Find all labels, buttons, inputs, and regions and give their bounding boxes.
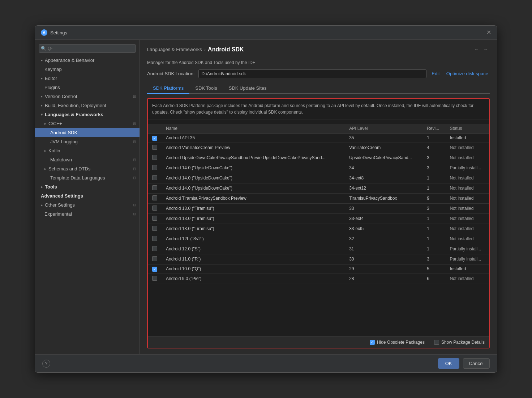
checkbox-11[interactable] <box>152 246 157 251</box>
row-revision-4: 1 <box>422 173 445 183</box>
sidebar-item-tools[interactable]: ▸Tools <box>35 182 140 191</box>
checkbox-3[interactable] <box>152 165 157 170</box>
tab-sdk-tools[interactable]: SDK Tools <box>189 83 223 94</box>
checkbox-14[interactable] <box>152 276 157 281</box>
expand-arrow-appearance: ▸ <box>41 58 43 62</box>
sidebar-item-experimental[interactable]: Experimental⊟ <box>35 209 140 219</box>
platforms-table: Name API Level Revi... Status Android AP… <box>148 124 489 284</box>
optimize-disk-button[interactable]: Optimize disk space <box>445 71 490 76</box>
sidebar-badge-markdown: ⊟ <box>133 158 136 162</box>
sdk-table-wrapper: 1 Each Android SDK Platform package incl… <box>147 98 490 349</box>
sidebar-item-version-control[interactable]: ▸Version Control⊟ <box>35 92 140 101</box>
ok-button[interactable]: OK <box>438 358 459 369</box>
checkbox-1[interactable] <box>152 145 157 150</box>
table-row: Android 14.0 ("UpsideDownCake") 34-ext8 … <box>148 173 489 183</box>
checkbox-7[interactable] <box>152 206 157 211</box>
row-checkbox-12[interactable] <box>148 254 162 264</box>
table-row: Android UpsideDownCakePrivacySandbox Pre… <box>148 153 489 163</box>
sidebar-item-appearance[interactable]: ▸Appearance & Behavior <box>35 56 140 65</box>
checkbox-9[interactable] <box>152 226 157 231</box>
sdk-location-input[interactable] <box>198 69 427 78</box>
sidebar-badge-schemas-dtds: ⊟ <box>133 167 136 171</box>
sidebar: 🔍 ▸Appearance & BehaviorKeymap▸EditorPlu… <box>35 40 140 354</box>
sidebar-item-android-sdk[interactable]: Android SDK <box>35 128 140 137</box>
row-checkbox-8[interactable] <box>148 213 162 224</box>
show-details-checkbox[interactable] <box>434 340 439 345</box>
sidebar-item-markdown[interactable]: Markdown⊟ <box>35 155 140 164</box>
title-bar: A Settings ✕ <box>35 26 497 40</box>
edit-button[interactable]: Edit <box>430 71 441 76</box>
table-footer: Hide Obsolete Packages Show Package Deta… <box>148 336 489 348</box>
checkbox-2[interactable] <box>152 155 157 160</box>
row-checkbox-6[interactable] <box>148 193 162 203</box>
row-checkbox-1[interactable] <box>148 143 162 153</box>
row-status-2: Not installed <box>445 153 489 163</box>
row-checkbox-11[interactable] <box>148 244 162 254</box>
tab-sdk-update-sites[interactable]: SDK Update Sites <box>223 83 273 94</box>
table-row: Android 14.0 ("UpsideDownCake") 34-ext12… <box>148 183 489 193</box>
tab-sdk-platforms[interactable]: SDK Platforms <box>147 83 189 94</box>
search-icon: 🔍 <box>41 46 46 51</box>
row-checkbox-4[interactable] <box>148 173 162 183</box>
table-row: Android TiramisuPrivacySandbox Preview T… <box>148 193 489 203</box>
cancel-button[interactable]: Cancel <box>463 358 490 369</box>
row-revision-6: 9 <box>422 193 445 203</box>
row-checkbox-5[interactable] <box>148 183 162 193</box>
row-checkbox-7[interactable] <box>148 203 162 213</box>
row-name-5: Android 14.0 ("UpsideDownCake") <box>162 183 345 193</box>
breadcrumb-parent[interactable]: Languages & Frameworks <box>147 47 202 52</box>
row-checkbox-0[interactable] <box>148 133 162 143</box>
row-api-5: 34-ext12 <box>345 183 422 193</box>
checkbox-13[interactable] <box>152 267 157 272</box>
row-checkbox-9[interactable] <box>148 224 162 234</box>
checkbox-12[interactable] <box>152 256 157 261</box>
search-input[interactable] <box>39 44 136 53</box>
sidebar-item-kotlin[interactable]: ▸Kotlin <box>35 146 140 155</box>
sidebar-item-label-jvm-logging: JVM Logging <box>50 139 78 144</box>
checkbox-10[interactable] <box>152 236 157 241</box>
table-description: Each Android SDK Platform package includ… <box>148 99 489 119</box>
sidebar-item-template-data[interactable]: Template Data Languages⊟ <box>35 173 140 182</box>
breadcrumb-row: Languages & Frameworks › Android SDK ← → <box>147 46 490 56</box>
col-checkbox <box>148 124 162 134</box>
sidebar-item-label-appearance: Appearance & Behavior <box>45 58 94 63</box>
sidebar-item-keymap[interactable]: Keymap <box>35 65 140 74</box>
row-checkbox-13[interactable] <box>148 264 162 274</box>
sidebar-item-languages-frameworks[interactable]: ▾Languages & Frameworks <box>35 110 140 119</box>
row-status-4: Not installed <box>445 173 489 183</box>
checkbox-5[interactable] <box>152 185 157 190</box>
forward-button[interactable]: → <box>482 46 490 53</box>
sidebar-item-other-settings[interactable]: ▸Other Settings⊟ <box>35 200 140 209</box>
tabs-container: SDK PlatformsSDK ToolsSDK Update Sites <box>147 83 490 94</box>
back-button[interactable]: ← <box>472 46 480 53</box>
sidebar-item-label-template-data: Template Data Languages <box>50 175 105 181</box>
row-api-1: VanillaIceCream <box>345 143 422 153</box>
help-button[interactable]: ? <box>42 360 50 368</box>
sidebar-item-label-tools: Tools <box>45 184 57 190</box>
sidebar-item-editor[interactable]: ▸Editor <box>35 74 140 83</box>
row-status-3: Partially install... <box>445 163 489 173</box>
sidebar-item-label-keymap: Keymap <box>44 67 62 72</box>
row-checkbox-10[interactable] <box>148 234 162 244</box>
sidebar-item-cpp[interactable]: ▸C/C++⊟ <box>35 119 140 128</box>
checkbox-0[interactable] <box>152 136 157 141</box>
sidebar-item-advanced-settings[interactable]: Advanced Settings <box>35 191 140 200</box>
row-status-9: Not installed <box>445 224 489 234</box>
row-checkbox-14[interactable] <box>148 274 162 284</box>
checkbox-4[interactable] <box>152 175 157 180</box>
row-checkbox-2[interactable] <box>148 153 162 163</box>
sidebar-item-schemas-dtds[interactable]: ▸Schemas and DTDs⊟ <box>35 164 140 173</box>
sidebar-item-plugins[interactable]: Plugins <box>35 83 140 92</box>
show-details-label: Show Package Details <box>441 340 485 345</box>
dialog-content: 🔍 ▸Appearance & BehaviorKeymap▸EditorPlu… <box>35 40 497 354</box>
hide-obsolete-checkbox[interactable] <box>370 340 375 345</box>
sidebar-item-label-version-control: Version Control <box>45 94 77 99</box>
checkbox-8[interactable] <box>152 216 157 221</box>
sidebar-item-jvm-logging[interactable]: JVM Logging⊟ <box>35 137 140 146</box>
table-row: Android API 35 35 1 Installed <box>148 133 489 143</box>
close-button[interactable]: ✕ <box>486 30 491 35</box>
row-checkbox-3[interactable] <box>148 163 162 173</box>
sidebar-item-build-execution[interactable]: ▸Build, Execution, Deployment <box>35 101 140 110</box>
sidebar-item-label-markdown: Markdown <box>50 157 72 162</box>
checkbox-6[interactable] <box>152 195 157 200</box>
